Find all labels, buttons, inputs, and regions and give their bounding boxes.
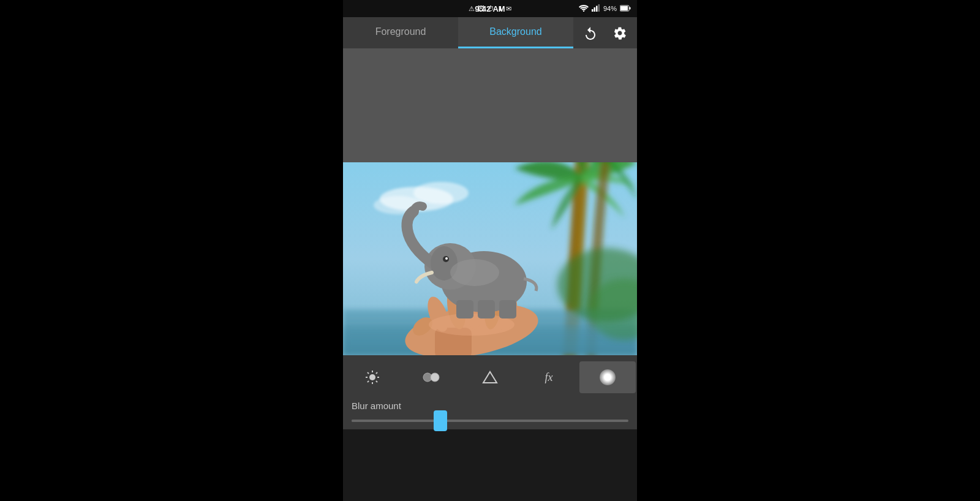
slider-track[interactable] <box>352 420 628 422</box>
gray-area <box>343 49 637 162</box>
svg-rect-30 <box>456 300 473 318</box>
signal-icon <box>592 4 600 13</box>
warning-icon: ⚠ <box>469 5 475 13</box>
svg-point-10 <box>413 182 469 204</box>
brightness-button[interactable] <box>344 361 401 393</box>
svg-rect-6 <box>620 6 628 10</box>
battery-percent: 94% <box>603 5 617 12</box>
status-icons-right: 94% <box>579 4 631 13</box>
tab-background[interactable]: Background <box>458 17 573 48</box>
svg-point-0 <box>583 10 584 12</box>
slider-thumb[interactable] <box>434 410 447 431</box>
status-bar: ⚠ 🖼 ⏱ ⬇ ✉ 9:42 AM <box>343 0 637 17</box>
svg-line-41 <box>376 372 377 374</box>
settings-button[interactable] <box>608 21 632 45</box>
svg-point-33 <box>450 259 499 286</box>
curves-button[interactable] <box>462 361 518 393</box>
svg-line-40 <box>376 381 377 382</box>
svg-point-46 <box>600 369 616 385</box>
slider-container <box>343 417 637 424</box>
svg-point-44 <box>431 373 439 382</box>
svg-point-29 <box>445 257 448 260</box>
status-time: 9:42 AM <box>475 4 505 13</box>
bottom-toolbar: fx Blur amount <box>343 355 637 429</box>
slider-fill <box>352 420 440 422</box>
svg-rect-2 <box>594 7 595 12</box>
scene-svg <box>343 162 637 355</box>
svg-point-34 <box>369 374 375 380</box>
fx-label: fx <box>545 371 553 384</box>
contrast-button[interactable] <box>403 361 459 393</box>
battery-icon <box>620 5 631 13</box>
blur-label: Blur amount <box>343 398 637 413</box>
tool-buttons: fx <box>343 360 637 394</box>
svg-rect-7 <box>630 7 631 9</box>
svg-rect-3 <box>596 6 598 12</box>
svg-marker-45 <box>483 372 497 383</box>
undo-button[interactable] <box>578 21 603 45</box>
tab-bar: Foreground Background <box>343 17 637 49</box>
message-icon: ✉ <box>506 5 511 13</box>
image-area <box>343 162 637 355</box>
svg-rect-31 <box>478 300 495 318</box>
svg-line-42 <box>368 381 369 382</box>
svg-line-39 <box>368 372 369 374</box>
svg-rect-1 <box>592 9 594 12</box>
svg-rect-32 <box>499 300 516 318</box>
vignette-button[interactable] <box>579 361 636 393</box>
svg-rect-4 <box>598 4 600 12</box>
fx-button[interactable]: fx <box>521 361 577 393</box>
phone-container: ⚠ 🖼 ⏱ ⬇ ✉ 9:42 AM <box>343 0 637 501</box>
tab-foreground[interactable]: Foreground <box>343 17 458 48</box>
tab-actions <box>573 21 637 45</box>
wifi-icon <box>579 4 589 13</box>
